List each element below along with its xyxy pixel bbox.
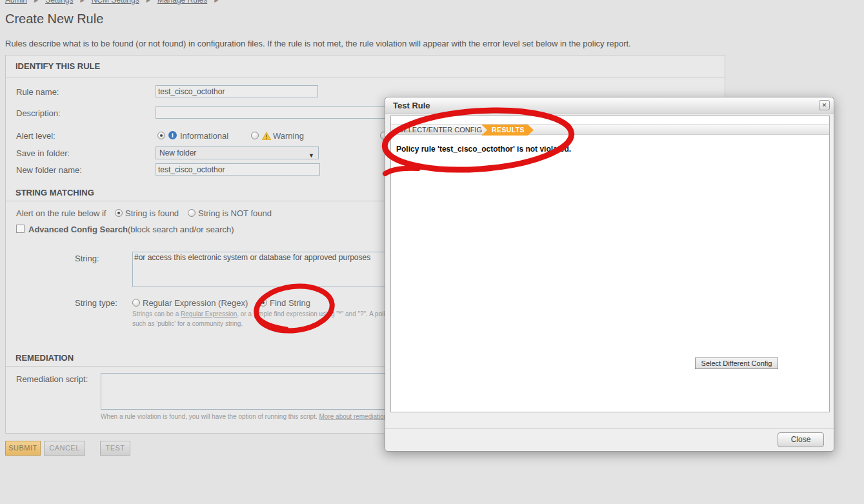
breadcrumb-link-ncm-settings[interactable]: NCM Settings [92, 0, 139, 5]
breadcrumb-link-manage-rules[interactable]: Manage Rules [157, 0, 207, 5]
string-input[interactable]: #or access this electronic system or dat… [132, 252, 405, 287]
test-button[interactable]: TEST [100, 441, 130, 456]
dialog-title: Test Rule [393, 101, 430, 110]
description-input[interactable] [156, 106, 414, 119]
alert-level-label: Alert level: [16, 131, 55, 141]
warning-icon [262, 131, 271, 139]
rule-name-input[interactable] [156, 85, 318, 97]
dialog-titlebar[interactable]: Test Rule ✕ [385, 97, 834, 114]
submit-button[interactable]: SUBMIT [5, 441, 41, 456]
string-not-found-label: String is NOT found [198, 208, 272, 218]
advanced-config-search-checkbox[interactable] [16, 225, 25, 233]
remediation-help: When a rule violation is found, you will… [101, 413, 408, 420]
regex-option-label: Regular Expression (Regex) [143, 298, 248, 308]
breadcrumb-separator-icon: ▶ [34, 0, 38, 3]
string-label: String: [75, 254, 99, 263]
breadcrumb-separator-icon: ▶ [81, 0, 85, 3]
close-button[interactable]: Close [778, 432, 824, 447]
chevron-down-icon: ▼ [308, 150, 314, 161]
dialog-footer: Close [385, 428, 834, 452]
new-folder-name-label: New folder name: [16, 165, 82, 175]
breadcrumb-link-settings[interactable]: Settings [45, 0, 73, 5]
breadcrumb-separator-icon: ▶ [214, 0, 218, 3]
breadcrumb: Admin▶Settings▶NCM Settings▶Manage Rules… [5, 0, 225, 5]
string-is-found-label: String is found [125, 208, 179, 218]
close-icon[interactable]: ✕ [819, 100, 830, 110]
advanced-config-search-label: Advanced Config Search(block search and/… [28, 225, 234, 234]
alert-condition-label: Alert on the rule below if [16, 208, 106, 218]
breadcrumb-link-admin[interactable]: Admin [5, 0, 27, 5]
page-title: Create New Rule [5, 12, 103, 26]
tab-results[interactable]: RESULTS [481, 125, 534, 136]
string-is-found-radio[interactable] [115, 209, 123, 217]
informational-option-label: Informational [180, 131, 228, 141]
string-not-found-radio[interactable] [188, 209, 196, 217]
breadcrumb-separator-icon: ▶ [146, 0, 150, 3]
warning-radio[interactable] [251, 132, 259, 139]
string-type-help-line2: such as 'public' for a community string. [132, 320, 243, 327]
section-header-identify: IDENTIFY THIS RULE [6, 61, 725, 77]
new-folder-name-input[interactable] [156, 163, 320, 176]
string-type-help-line1: Strings can be a Regular Expression, or … [132, 310, 404, 318]
informational-radio[interactable] [157, 132, 165, 139]
dialog-content: SELECT/ENTER CONFIG RESULTS Policy rule … [390, 116, 830, 412]
test-result-message: Policy rule 'test_cisco_octothor' is not… [396, 145, 571, 154]
description-label: Description: [16, 108, 61, 118]
test-rule-dialog: Test Rule ✕ SELECT/ENTER CONFIG RESULTS … [385, 97, 834, 452]
regex-radio[interactable] [132, 299, 140, 307]
wizard-step-bar: SELECT/ENTER CONFIG RESULTS [391, 124, 829, 135]
select-different-config-button[interactable]: Select Different Config [695, 358, 778, 369]
warning-option-label: Warning [273, 131, 304, 141]
remediation-script-input[interactable] [101, 373, 389, 410]
save-in-folder-value: New folder [159, 148, 196, 157]
find-string-option-label: Find String [270, 298, 310, 308]
remediation-script-label: Remediation script: [16, 374, 88, 384]
info-icon: i [168, 131, 177, 139]
save-in-folder-label: Save in folder: [16, 148, 70, 158]
tab-select-enter-config[interactable]: SELECT/ENTER CONFIG [399, 125, 482, 135]
page-description: Rules describe what is to be found (or n… [5, 39, 631, 48]
regular-expression-link[interactable]: Regular Expression [181, 310, 237, 318]
string-type-label: String type: [75, 298, 117, 308]
save-in-folder-select[interactable]: New folder ▼ [156, 146, 319, 159]
find-string-radio[interactable] [259, 299, 267, 307]
rule-name-label: Rule name: [16, 87, 59, 97]
cancel-button[interactable]: CANCEL [44, 441, 85, 456]
